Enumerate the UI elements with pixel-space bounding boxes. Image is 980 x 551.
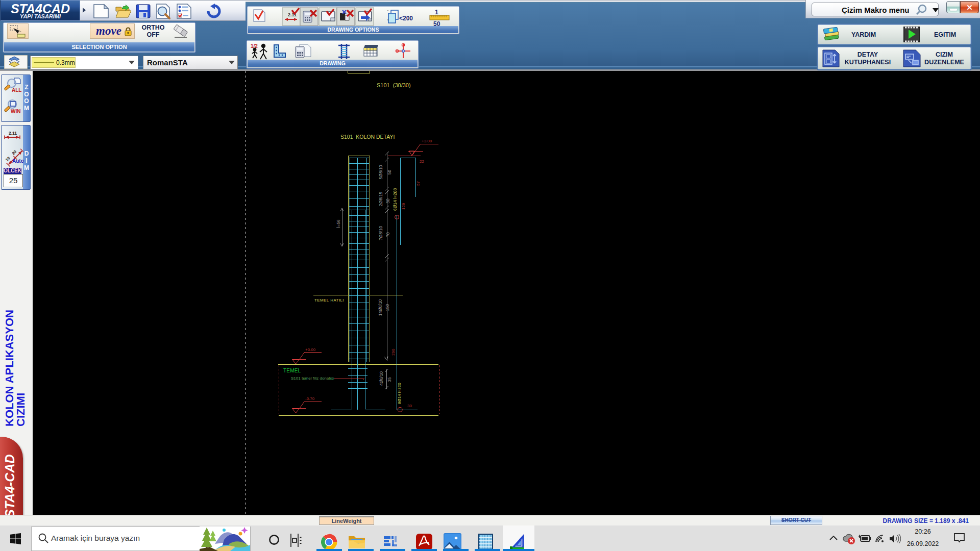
- svg-text:+0.00: +0.00: [305, 347, 316, 352]
- svg-text:S101 temel filiz donatısı: S101 temel filiz donatısı: [291, 376, 334, 381]
- svg-text:4Ø8/10: 4Ø8/10: [379, 371, 384, 386]
- svg-text:129: 129: [401, 203, 406, 210]
- svg-text:ALL: ALL: [12, 87, 21, 93]
- svg-text:50: 50: [387, 170, 392, 175]
- svg-text:6Ø14 l=208: 6Ø14 l=208: [393, 188, 398, 211]
- svg-text:290: 290: [391, 348, 396, 356]
- svg-text:S101 (30/30): S101 (30/30): [377, 82, 411, 88]
- svg-text:5Ø8/10: 5Ø8/10: [378, 165, 383, 179]
- svg-text:70: 70: [385, 232, 390, 237]
- svg-text:+3.00: +3.00: [422, 139, 432, 143]
- svg-text:-0.70: -0.70: [305, 396, 315, 401]
- svg-text:WIN: WIN: [11, 109, 20, 114]
- svg-text:7Ø8/10: 7Ø8/10: [378, 226, 383, 240]
- svg-text:30: 30: [407, 404, 412, 408]
- svg-text:35: 35: [387, 377, 392, 382]
- svg-text:1: 1: [435, 9, 438, 16]
- svg-text:l=56: l=56: [336, 219, 341, 228]
- svg-text:0.3mm: 0.3mm: [56, 59, 75, 66]
- svg-text:2Ø8/15: 2Ø8/15: [378, 192, 383, 206]
- svg-text:2.11: 2.11: [9, 131, 17, 136]
- svg-text:TEMEL: TEMEL: [283, 368, 301, 373]
- svg-text:8Ø14 l=320: 8Ø14 l=320: [397, 383, 402, 404]
- svg-text:CIZIMI: CIZIMI: [14, 393, 27, 427]
- svg-text:STA4-CAD: STA4-CAD: [3, 454, 17, 518]
- svg-text:20: 20: [11, 149, 18, 156]
- svg-text:57: 57: [416, 181, 421, 186]
- svg-text:22: 22: [420, 159, 424, 164]
- svg-text:150: 150: [385, 304, 390, 311]
- svg-text:50: 50: [433, 20, 440, 27]
- svg-text:14Ø8/10: 14Ø8/10: [378, 299, 383, 316]
- svg-text:30: 30: [385, 198, 390, 204]
- svg-text:S101 KOLON DETAYI: S101 KOLON DETAYI: [340, 134, 395, 140]
- svg-text:<200: <200: [399, 15, 413, 22]
- svg-text:TEMEL HATILI: TEMEL HATILI: [314, 298, 344, 303]
- svg-text:Auto: Auto: [12, 158, 23, 164]
